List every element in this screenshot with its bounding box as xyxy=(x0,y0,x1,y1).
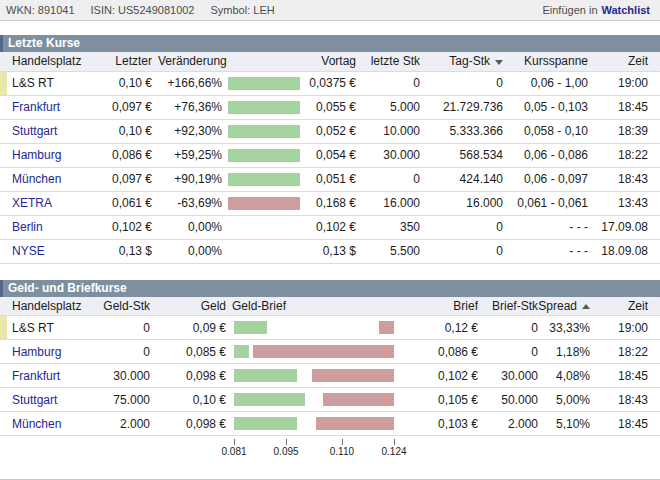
isin-label: ISIN: xyxy=(91,4,115,16)
column-header-label: Handelsplatz xyxy=(12,54,81,68)
bid-ask-range-chart xyxy=(234,393,394,406)
geld-brief-table: HandelsplatzGeld-StkGeldGeld-BriefBriefB… xyxy=(0,297,660,437)
axis-tick-mark xyxy=(234,439,235,445)
axis-tick-label: 0.110 xyxy=(330,446,354,457)
venue-link[interactable]: Stuttgart xyxy=(0,393,57,407)
cell-letzte-stk: 30.000 xyxy=(356,143,420,167)
column-header-label: Kursspanne xyxy=(524,54,588,68)
venue-link[interactable]: München xyxy=(0,417,61,431)
col-letzter-header[interactable]: Letzter xyxy=(100,52,152,71)
col-spread-header[interactable]: Spread xyxy=(538,297,590,316)
venue-link[interactable]: Berlin xyxy=(0,220,43,234)
cell-tag-stk: 21.729.736 xyxy=(420,95,503,119)
axis-tick-label: 0.095 xyxy=(274,446,299,457)
cell-kursspanne: 0,058 - 0,10 xyxy=(503,119,588,143)
col-handelsplatz-header[interactable]: Handelsplatz xyxy=(0,297,100,316)
venue-link[interactable]: Frankfurt xyxy=(0,369,60,383)
watchlist-link[interactable]: Watchlist xyxy=(602,4,651,16)
column-header-label: Zeit xyxy=(628,54,648,68)
cell-zeit: 13:43 xyxy=(588,191,660,215)
cell-geld-stk: 2.000 xyxy=(100,412,150,436)
cell-zeit: 19:00 xyxy=(588,71,660,95)
ask-bar xyxy=(312,369,394,382)
venue-link[interactable]: Stuttgart xyxy=(0,124,57,138)
cell-brief: 0,103 € xyxy=(404,412,478,436)
cell-vortag: 0,055 € xyxy=(302,95,356,119)
bid-bar xyxy=(234,345,249,358)
cell-letzter: 0,10 € xyxy=(100,119,152,143)
venue-link[interactable]: Hamburg xyxy=(0,345,61,359)
bid-ask-range-chart xyxy=(234,321,394,334)
axis-tick-mark xyxy=(342,439,343,445)
cell-handelsplatz: Hamburg xyxy=(0,143,100,167)
col-geld-header[interactable]: Geld xyxy=(150,297,226,316)
letzte-kurse-row: NYSE0,13 $0,00%0,13 $5.5000- - -18.09.08 xyxy=(0,239,660,263)
col-vortag-header[interactable]: Vortag xyxy=(302,52,356,71)
venue-link[interactable]: XETRA xyxy=(0,196,52,210)
cell-veraenderung: +90,19% xyxy=(152,167,302,191)
symbol-field: Symbol: LEH xyxy=(211,4,275,16)
wkn-label: WKN: xyxy=(6,4,35,16)
cell-handelsplatz: München xyxy=(0,167,100,191)
change-percent: +59,25% xyxy=(152,148,222,162)
letzte-kurse-title: Letzte Kurse xyxy=(0,35,660,52)
cell-letzte-stk: 0 xyxy=(356,167,420,191)
quote-page: WKN: 891041 ISIN: US5249081002 Symbol: L… xyxy=(0,0,660,480)
cell-brief-stk: 0 xyxy=(478,316,538,340)
cell-veraenderung: 0,00% xyxy=(152,215,302,239)
cell-zeit: 18:45 xyxy=(590,364,660,388)
column-header-label: Letzter xyxy=(115,54,152,68)
cell-vortag: 0,168 € xyxy=(302,191,356,215)
cell-zeit: 19:00 xyxy=(590,316,660,340)
col-brief-stk-header[interactable]: Brief-Stk xyxy=(478,297,538,316)
cell-zeit: 18:45 xyxy=(588,95,660,119)
sort-asc-icon xyxy=(582,304,590,309)
cell-brief: 0,12 € xyxy=(404,316,478,340)
venue-link[interactable]: München xyxy=(0,172,61,186)
cell-geld: 0,098 € xyxy=(150,364,226,388)
column-header-label: Handelsplatz xyxy=(12,299,81,313)
bid-ask-range-chart xyxy=(234,417,394,430)
cell-brief-stk: 0 xyxy=(478,340,538,364)
col-zeit-header[interactable]: Zeit xyxy=(588,52,660,71)
insert-in-label: Einfügen in xyxy=(542,4,597,16)
col-handelsplatz-header[interactable]: Handelsplatz xyxy=(0,52,100,71)
col-tag-stk-header[interactable]: Tag-Stk xyxy=(420,52,503,71)
cell-letzter: 0,086 € xyxy=(100,143,152,167)
column-header-label: letzte Stk xyxy=(371,54,420,68)
cell-spread: 4,08% xyxy=(538,364,590,388)
change-no-bar xyxy=(228,221,300,234)
cell-letzte-stk: 10.000 xyxy=(356,119,420,143)
cell-zeit: 18:22 xyxy=(590,340,660,364)
cell-zeit: 18.09.08 xyxy=(588,239,660,263)
change-percent: -63,69% xyxy=(152,196,222,210)
cell-tag-stk: 0 xyxy=(420,215,503,239)
col-geld-brief-header[interactable]: Geld-Brief xyxy=(226,297,404,316)
col-veraenderung-header[interactable]: Veränderung xyxy=(152,52,302,71)
col-zeit-header[interactable]: Zeit xyxy=(590,297,660,316)
col-brief-header[interactable]: Brief xyxy=(404,297,478,316)
venue-label: L&S RT xyxy=(0,321,54,335)
axis-tick-label: 0.081 xyxy=(221,446,246,457)
geld-brief-row: München2.0000,098 €0,103 €2.0005,10%18:4… xyxy=(0,412,660,436)
axis-tick-mark xyxy=(286,439,287,445)
col-geld-stk-header[interactable]: Geld-Stk xyxy=(100,297,150,316)
cell-kursspanne: - - - xyxy=(503,239,588,263)
geld-brief-section: Geld- und Briefkurse HandelsplatzGeld-St… xyxy=(0,280,660,463)
cell-vortag: 0,102 € xyxy=(302,215,356,239)
column-header-label: Tag-Stk xyxy=(449,54,490,68)
letzte-kurse-row: München0,097 €+90,19%0,051 €0424.1400,06… xyxy=(0,167,660,191)
cell-kursspanne: 0,061 - 0,061 xyxy=(503,191,588,215)
venue-link[interactable]: Hamburg xyxy=(0,148,61,162)
col-letzte-stk-header[interactable]: letzte Stk xyxy=(356,52,420,71)
venue-link[interactable]: NYSE xyxy=(0,244,45,258)
venue-link[interactable]: Frankfurt xyxy=(0,100,60,114)
change-up-bar xyxy=(228,173,300,186)
watchlist-area: Einfügen inWatchlist xyxy=(542,4,650,16)
cell-letzte-stk: 0 xyxy=(356,71,420,95)
cell-handelsplatz: Stuttgart xyxy=(0,119,100,143)
cell-letzte-stk: 16.000 xyxy=(356,191,420,215)
change-up-bar xyxy=(228,149,300,162)
col-kursspanne-header[interactable]: Kursspanne xyxy=(503,52,588,71)
cell-handelsplatz: L&S RT xyxy=(0,316,100,340)
